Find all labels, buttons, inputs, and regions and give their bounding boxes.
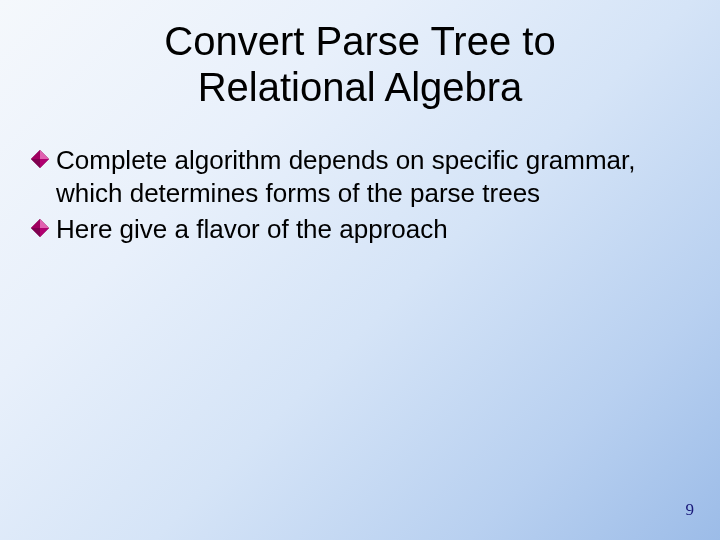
title-line-1: Convert Parse Tree to [0, 18, 720, 64]
page-number: 9 [686, 500, 695, 520]
slide-body: Complete algorithm depends on specific g… [0, 144, 720, 246]
bullet-text: Here give a flavor of the approach [56, 213, 448, 246]
slide: Convert Parse Tree to Relational Algebra… [0, 0, 720, 540]
bullet-item: Here give a flavor of the approach [30, 213, 680, 246]
diamond-bullet-icon [30, 218, 52, 240]
bullet-text: Complete algorithm depends on specific g… [56, 144, 680, 209]
title-line-2: Relational Algebra [0, 64, 720, 110]
bullet-item: Complete algorithm depends on specific g… [30, 144, 680, 209]
slide-title: Convert Parse Tree to Relational Algebra [0, 0, 720, 110]
diamond-bullet-icon [30, 149, 52, 171]
